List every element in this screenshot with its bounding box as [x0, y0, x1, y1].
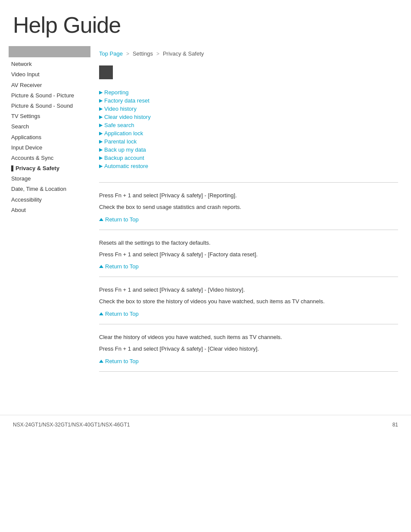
toc-arrow-8: ▶ [99, 155, 103, 161]
section-para-reporting-0: Press Fn + 1 and select [Privacy & safet… [99, 191, 398, 200]
sidebar-item-8[interactable]: Input Device [9, 143, 90, 153]
section-para-video-history-1: Check the box to store the history of vi… [99, 297, 398, 306]
toc-link-0[interactable]: Reporting [104, 89, 128, 96]
sidebar-item-10[interactable]: Privacy & Safety [9, 163, 90, 174]
return-arrow-icon-factory-data-reset [99, 265, 103, 268]
toc-item-4: ▶Safe search [99, 122, 398, 128]
footer-page: 81 [392, 422, 398, 428]
breadcrumb: Top Page > Settings > Privacy & Safety [99, 46, 398, 57]
toc-arrow-5: ▶ [99, 131, 103, 136]
sidebar-highlight [9, 46, 90, 57]
sidebar-item-7[interactable]: Applications [9, 132, 90, 143]
sidebar-item-9[interactable]: Accounts & Sync [9, 153, 90, 163]
toc-link-5[interactable]: Application lock [104, 130, 143, 137]
toc-arrow-4: ▶ [99, 122, 103, 128]
breadcrumb-toppage[interactable]: Top Page [99, 50, 123, 57]
toc-link-6[interactable]: Parental lock [104, 138, 137, 145]
return-to-top-video-history: Return to Top [99, 311, 398, 317]
toc-arrow-9: ▶ [99, 163, 103, 169]
sections-container: Press Fn + 1 and select [Privacy & safet… [99, 191, 398, 371]
sidebar-item-12[interactable]: Date, Time & Location [9, 184, 90, 194]
return-arrow-icon-video-history [99, 312, 103, 315]
toc-arrow-6: ▶ [99, 139, 103, 144]
toc-item-7: ▶Back up my data [99, 146, 398, 153]
sidebar-item-2[interactable]: AV Receiver [9, 80, 90, 90]
toc-link-9[interactable]: Automatic restore [104, 163, 148, 169]
toc-link-3[interactable]: Clear video history [104, 114, 151, 120]
toc-arrow-0: ▶ [99, 90, 103, 95]
section-para-factory-data-reset-0: Resets all the settings to the factory d… [99, 239, 398, 248]
toc-item-8: ▶Backup account [99, 155, 398, 161]
return-to-top-reporting: Return to Top [99, 216, 398, 223]
toc-link-7[interactable]: Back up my data [104, 146, 146, 153]
toc-item-1: ▶Factory data reset [99, 97, 398, 104]
sidebar-item-3[interactable]: Picture & Sound - Picture [9, 90, 90, 101]
sidebar-item-1[interactable]: Video Input [9, 69, 90, 80]
toc-arrow-7: ▶ [99, 147, 103, 152]
toc-arrow-2: ▶ [99, 106, 103, 112]
page-footer: NSX-24GT1/NSX-32GT1/NSX-40GT1/NSX-46GT1 … [0, 415, 411, 434]
toc-list: ▶Reporting▶Factory data reset▶Video hist… [99, 89, 398, 169]
return-to-top-link-reporting[interactable]: Return to Top [105, 216, 139, 223]
section-para-factory-data-reset-1: Press Fn + 1 and select [Privacy & safet… [99, 250, 398, 259]
breadcrumb-settings: Settings [133, 50, 153, 57]
return-arrow-icon-clear-video-history [99, 360, 103, 363]
page-header: Help Guide [0, 0, 411, 46]
return-to-top-link-factory-data-reset[interactable]: Return to Top [105, 263, 139, 270]
toc-link-2[interactable]: Video history [104, 106, 137, 112]
main-content: Top Page > Settings > Privacy & Safety ▶… [90, 46, 411, 397]
sidebar-item-4[interactable]: Picture & Sound - Sound [9, 101, 90, 111]
toc-link-4[interactable]: Safe search [104, 122, 134, 128]
section-body-factory-data-reset: Resets all the settings to the factory d… [99, 239, 398, 259]
toc-item-5: ▶Application lock [99, 130, 398, 137]
divider-3 [99, 324, 398, 324]
return-to-top-link-clear-video-history[interactable]: Return to Top [105, 358, 139, 364]
section-para-video-history-0: Press Fn + 1 and select [Privacy & safet… [99, 286, 398, 295]
return-to-top-link-video-history[interactable]: Return to Top [105, 311, 139, 317]
toc-link-1[interactable]: Factory data reset [104, 97, 149, 104]
section-reporting: Press Fn + 1 and select [Privacy & safet… [99, 191, 398, 223]
section-body-clear-video-history: Clear the history of videos you have wat… [99, 333, 398, 354]
section-para-clear-video-history-0: Clear the history of videos you have wat… [99, 333, 398, 342]
divider-0 [99, 182, 398, 183]
layout: NetworkVideo InputAV ReceiverPicture & S… [0, 46, 411, 397]
divider-1 [99, 230, 398, 230]
sidebar-item-14[interactable]: About [9, 205, 90, 215]
divider-2 [99, 277, 398, 277]
breadcrumb-sep1: > [126, 51, 129, 57]
return-arrow-icon-reporting [99, 218, 103, 221]
footer-model: NSX-24GT1/NSX-32GT1/NSX-40GT1/NSX-46GT1 [13, 422, 130, 428]
toc-arrow-3: ▶ [99, 114, 103, 120]
divider-4 [99, 371, 398, 372]
toc-item-3: ▶Clear video history [99, 114, 398, 120]
sidebar-item-5[interactable]: TV Settings [9, 111, 90, 121]
toc-item-0: ▶Reporting [99, 89, 398, 96]
toc-arrow-1: ▶ [99, 98, 103, 103]
page-title: Help Guide [13, 13, 398, 37]
sidebar-item-11[interactable]: Storage [9, 174, 90, 184]
sidebar: NetworkVideo InputAV ReceiverPicture & S… [0, 46, 90, 397]
breadcrumb-sep2: > [156, 51, 159, 57]
return-to-top-clear-video-history: Return to Top [99, 358, 398, 364]
return-to-top-factory-data-reset: Return to Top [99, 263, 398, 270]
section-clear-video-history: Clear the history of videos you have wat… [99, 333, 398, 364]
page-icon-block [99, 65, 398, 81]
page-icon [99, 65, 113, 79]
toc-link-8[interactable]: Backup account [104, 155, 144, 161]
toc-item-2: ▶Video history [99, 106, 398, 112]
toc-item-6: ▶Parental lock [99, 138, 398, 145]
section-body-reporting: Press Fn + 1 and select [Privacy & safet… [99, 191, 398, 212]
sidebar-item-13[interactable]: Accessibility [9, 195, 90, 205]
toc-item-9: ▶Automatic restore [99, 163, 398, 169]
section-para-reporting-1: Check the box to send usage statistics a… [99, 203, 398, 212]
section-para-clear-video-history-1: Press Fn + 1 and select [Privacy & safet… [99, 345, 398, 354]
breadcrumb-privacy: Privacy & Safety [163, 50, 204, 57]
sidebar-item-0[interactable]: Network [9, 59, 90, 69]
sidebar-item-6[interactable]: Search [9, 121, 90, 132]
section-body-video-history: Press Fn + 1 and select [Privacy & safet… [99, 286, 398, 306]
section-video-history: Press Fn + 1 and select [Privacy & safet… [99, 286, 398, 317]
section-factory-data-reset: Resets all the settings to the factory d… [99, 239, 398, 270]
